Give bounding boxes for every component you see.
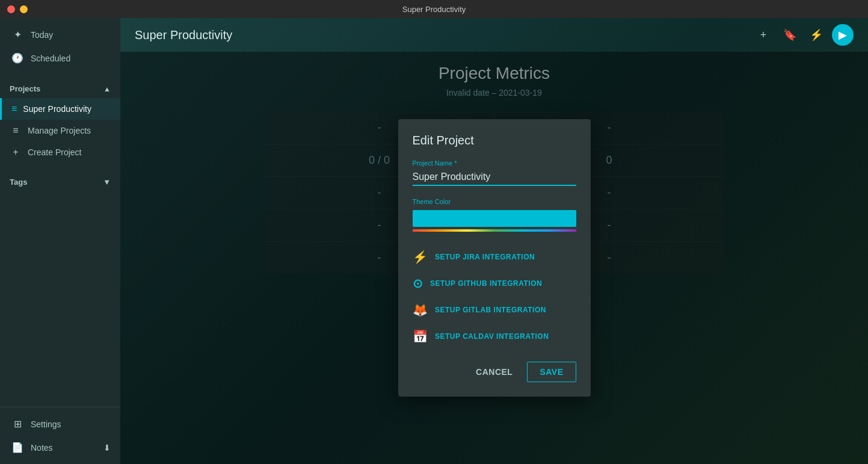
color-strip[interactable] [413,229,576,232]
jira-integration-label: SETUP JIRA INTEGRATION [435,253,535,261]
close-button[interactable] [7,5,15,13]
gitlab-integration-label: SETUP GITLAB INTEGRATION [435,306,546,314]
tags-label: Tags [10,178,27,187]
theme-color-label: Theme Color [413,198,576,205]
main: Super Productivity + 🔖 ⚡ ▶ Project Metri… [120,18,868,464]
projects-chevron-icon: ▲ [103,85,111,93]
gitlab-icon: 🦊 [413,303,428,317]
github-integration-item[interactable]: ⊙ SETUP GITHUB INTEGRATION [413,270,576,297]
titlebar: Super Productivity [0,0,868,18]
integration-list: ⚡ SETUP JIRA INTEGRATION ⊙ SETUP GITHUB … [413,244,576,350]
sidebar-item-scheduled-label: Scheduled [31,54,70,63]
caldav-integration-label: SETUP CALDAV INTEGRATION [435,332,549,341]
jira-icon: ⚡ [413,250,428,264]
sidebar-item-scheduled[interactable]: 🕐 Scheduled [0,46,120,70]
titlebar-title: Super Productivity [402,5,466,14]
sidebar-item-manage-projects[interactable]: ≡ Manage Projects [0,120,120,141]
sidebar-item-today-label: Today [31,30,53,40]
manage-projects-label: Manage Projects [28,126,91,135]
plus-icon: + [10,147,22,158]
theme-color-field: Theme Color [413,198,576,232]
play-button[interactable]: ▶ [832,24,854,46]
create-project-label: Create Project [28,147,81,157]
gitlab-integration-item[interactable]: 🦊 SETUP GITLAB INTEGRATION [413,297,576,323]
caldav-icon: 📅 [413,329,428,344]
settings-label: Settings [31,419,61,429]
topbar: Super Productivity + 🔖 ⚡ ▶ [120,18,868,52]
project-icon: ≡ [11,104,17,114]
sidebar-item-super-productivity[interactable]: ≡ Super Productivity [0,98,120,120]
topbar-actions: + 🔖 ⚡ ▶ [753,24,854,46]
dialog-overlay: Edit Project Project Name * Theme Color … [120,52,868,464]
minimize-button[interactable] [20,5,28,13]
sidebar: ✦ Today 🕐 Scheduled Projects ▲ ≡ Super P… [0,18,120,464]
notes-download-icon: ⬇ [103,443,111,453]
manage-icon: ≡ [10,125,22,136]
project-name-label: Project Name * [413,159,576,167]
cancel-button[interactable]: CANCEL [466,362,522,382]
jira-integration-item[interactable]: ⚡ SETUP JIRA INTEGRATION [413,244,576,270]
page-title: Super Productivity [135,28,753,42]
tags-chevron-icon: ▼ [103,178,111,187]
project-name-input[interactable] [413,169,576,186]
tags-section: Tags ▼ [0,168,120,196]
github-icon: ⊙ [413,276,423,291]
window-controls [7,5,28,13]
projects-section: Projects ▲ ≡ Super Productivity ≡ Manage… [0,75,120,168]
theme-color-bar[interactable] [413,210,576,227]
app: ✦ Today 🕐 Scheduled Projects ▲ ≡ Super P… [0,18,868,464]
sidebar-item-today[interactable]: ✦ Today [0,23,120,46]
bookmark-button[interactable]: 🔖 [779,24,801,46]
dialog-title: Edit Project [413,134,576,147]
projects-label: Projects [10,84,40,93]
content: Project Metrics Invalid date – 2021-03-1… [120,52,868,464]
caldav-integration-item[interactable]: 📅 SETUP CALDAV INTEGRATION [413,323,576,350]
save-button[interactable]: SAVE [527,362,576,382]
github-integration-label: SETUP GITHUB INTEGRATION [430,279,542,288]
bolt-button[interactable]: ⚡ [805,24,827,46]
notes-label: Notes [31,443,53,453]
sidebar-item-settings[interactable]: ⊞ Settings [0,412,120,436]
settings-icon: ⊞ [11,418,23,430]
sidebar-item-create-project[interactable]: + Create Project [0,141,120,163]
dialog-actions: CANCEL SAVE [413,362,576,382]
projects-section-header[interactable]: Projects ▲ [0,79,120,98]
scheduled-icon: 🕐 [11,52,23,64]
active-project-label: Super Productivity [23,104,91,114]
tags-section-header[interactable]: Tags ▼ [0,173,120,191]
sidebar-bottom: ⊞ Settings 📄 Notes ⬇ [0,407,120,464]
notes-icon: 📄 [11,442,23,453]
sidebar-nav: ✦ Today 🕐 Scheduled [0,18,120,75]
edit-project-dialog: Edit Project Project Name * Theme Color … [398,119,591,397]
add-button[interactable]: + [753,24,774,46]
project-name-field: Project Name * [413,159,576,186]
today-icon: ✦ [11,29,23,40]
sidebar-item-notes[interactable]: 📄 Notes ⬇ [0,436,120,459]
